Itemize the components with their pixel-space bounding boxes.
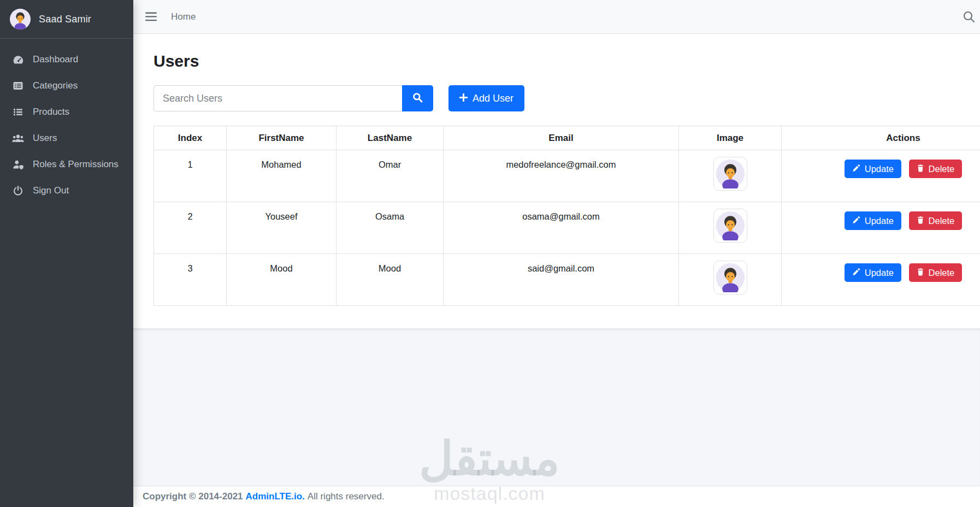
toolbar: Add User [154,85,980,111]
sidebar-item-users[interactable]: Users [4,126,129,150]
delete-button-label: Delete [929,164,955,174]
user-avatar [10,9,31,30]
pencil-icon [852,164,860,174]
sidebar-item-label: Sign Out [33,185,69,196]
delete-button[interactable]: Delete [909,211,963,230]
users-table: Index FirstName LastName Email Image Act… [154,126,980,306]
trash-icon [917,164,924,174]
list-icon [12,106,24,118]
person-avatar-icon [716,211,745,240]
search-icon[interactable] [963,10,976,23]
table-row: 3 Mood Mood said@gmail.com [154,254,980,306]
delete-button[interactable]: Delete [909,263,963,282]
cell-email: said@gmail.com [444,254,679,306]
user-image-thumbnail [713,209,747,243]
column-header-image: Image [679,126,782,150]
pencil-icon [852,268,860,278]
sidebar-item-roles-permissions[interactable]: Roles & Permissions [4,152,129,176]
column-header-firstname: FirstName [227,126,336,150]
person-avatar-icon [716,159,745,188]
menu-icon[interactable] [145,12,157,21]
sidebar-user-name: Saad Samir [39,14,91,25]
update-button-label: Update [865,164,894,174]
trash-icon [917,268,924,278]
cell-image [679,202,782,254]
cell-actions: Update Delete [782,150,980,202]
sidebar-user-panel[interactable]: Saad Samir [0,0,133,39]
table-row: 2 Youseef Osama osama@gmail.com [154,202,980,254]
delete-button-label: Delete [929,216,955,226]
content-wrapper: Users A [133,34,980,507]
cell-first-name: Mohamed [227,150,336,202]
update-button-label: Update [865,268,894,278]
person-avatar-icon [716,263,745,292]
sidebar-item-dashboard[interactable]: Dashboard [4,48,129,72]
search-button[interactable] [402,85,433,111]
power-icon [12,185,24,197]
update-button[interactable]: Update [845,160,901,178]
update-button-label: Update [865,216,894,226]
sidebar-item-sign-out[interactable]: Sign Out [4,179,129,203]
search-icon [412,92,423,104]
user-image-thumbnail [713,261,747,294]
sidebar-item-label: Categories [33,80,78,91]
cell-index: 2 [154,202,227,254]
sidebar-item-label: Dashboard [33,54,78,65]
update-button[interactable]: Update [845,263,901,282]
cell-email: osama@gmail.com [444,202,679,254]
column-header-index: Index [154,126,227,150]
add-user-button[interactable]: Add User [448,85,524,111]
sidebar-item-label: Products [33,107,69,117]
user-shield-icon [12,158,24,170]
footer: Copyright © 2014-2021 AdminLTE.io. All r… [133,486,980,507]
user-image-thumbnail [713,157,747,191]
plus-icon [459,93,468,104]
nav-home-link[interactable]: Home [171,11,196,22]
cell-last-name: Osama [336,202,444,254]
cell-last-name: Omar [336,150,444,202]
table-row: 1 Mohamed Omar medofreelance@gmail.com [154,150,980,202]
sidebar-menu: Dashboard Categories Produc [0,39,133,203]
cell-last-name: Mood [336,254,444,306]
delete-button-label: Delete [929,268,955,278]
cell-first-name: Mood [227,254,336,306]
cell-email: medofreelance@gmail.com [444,150,679,202]
column-header-email: Email [444,126,679,150]
column-header-lastname: LastName [336,126,444,150]
cell-index: 1 [154,150,227,202]
users-icon [12,132,24,144]
footer-copyright: Copyright © 2014-2021 [143,491,243,502]
content-background [133,328,980,486]
cell-image [679,150,782,202]
person-avatar-icon [10,9,31,30]
sidebar: Saad Samir Dashboard [0,0,133,507]
cell-actions: Update Delete [782,254,980,306]
delete-button[interactable]: Delete [909,160,963,178]
cell-index: 3 [154,254,227,306]
search-users-input[interactable] [154,85,402,111]
table-header-row: Index FirstName LastName Email Image Act… [154,126,980,150]
search-group [154,85,433,111]
column-header-actions: Actions [782,126,980,150]
sidebar-item-categories[interactable]: Categories [4,74,129,98]
footer-adminlte-link[interactable]: AdminLTE.io. [246,491,305,502]
sidebar-item-label: Users [33,133,57,144]
footer-rights-text: All rights reserved. [308,491,385,502]
page-title: Users [154,34,980,70]
update-button[interactable]: Update [845,211,901,230]
sidebar-item-products[interactable]: Products [4,100,129,124]
cell-image [679,254,782,306]
cell-first-name: Youseef [227,202,336,254]
cell-actions: Update Delete [782,202,980,254]
add-user-label: Add User [473,93,513,104]
sidebar-item-label: Roles & Permissions [33,159,119,170]
trash-icon [917,216,924,226]
tachometer-icon [12,54,24,66]
pencil-icon [852,216,860,226]
list-alt-icon [12,80,24,92]
top-navbar: Home [133,0,980,34]
